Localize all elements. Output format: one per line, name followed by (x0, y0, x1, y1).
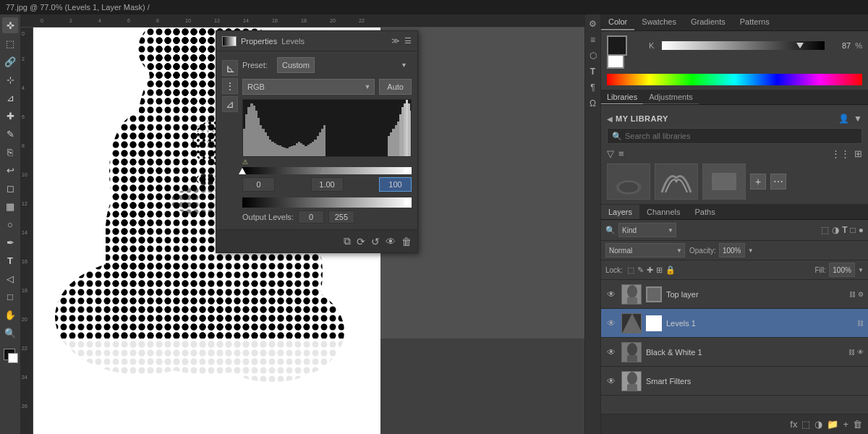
layer-delete-icon[interactable]: 🗑 (853, 419, 862, 430)
lib-more-button[interactable]: ⋯ (770, 174, 786, 190)
clone-tool[interactable]: ⎘ (2, 144, 18, 160)
type-tool[interactable]: T (2, 252, 18, 268)
visibility-icon[interactable]: 👁 (386, 236, 396, 247)
tab-channels[interactable]: Channels (639, 205, 687, 219)
layer-levels1[interactable]: 👁 Levels 1 ⛓ (601, 309, 868, 338)
clip-to-layer-icon[interactable]: ⧉ (344, 235, 351, 247)
opacity-arrow-icon[interactable]: ▼ (748, 247, 754, 254)
channel-select[interactable]: RGB Red Green Blue (242, 79, 375, 95)
select-tool[interactable]: ⬚ (2, 35, 18, 51)
eyedropper-tool[interactable]: ⊿ (2, 90, 18, 106)
lib-user-icon[interactable]: 👤 (838, 114, 849, 124)
eyedropper-white[interactable]: ⊿ (222, 96, 238, 112)
expand-icon[interactable]: ≫ (391, 36, 400, 46)
eyedropper-gray[interactable]: ⋮ (222, 78, 238, 94)
lock-move-icon[interactable]: ✚ (647, 265, 653, 275)
paragraph-icon[interactable]: ¶ (590, 82, 595, 93)
blend-mode-select[interactable]: Normal (605, 243, 685, 258)
auto-button[interactable]: Auto (379, 79, 412, 95)
kind-select[interactable]: Kind (618, 223, 676, 237)
tab-color[interactable]: Color (601, 14, 634, 30)
layer-eye-small-bw1[interactable]: 👁 (857, 349, 864, 356)
previous-state-icon[interactable]: ⟳ (357, 236, 365, 247)
output-white-thumb[interactable] (404, 197, 412, 208)
hand-tool[interactable]: ✋ (2, 307, 18, 323)
sort-icon[interactable]: ≡ (618, 148, 624, 159)
tab-gradients[interactable]: Gradients (684, 14, 733, 30)
align-icon[interactable]: ≡ (590, 35, 595, 45)
fill-arrow-icon[interactable]: ▼ (858, 267, 864, 273)
midtones-slider[interactable] (320, 168, 327, 174)
layer-adj-icon[interactable]: ◑ (814, 419, 822, 430)
gradient-tool[interactable]: ▦ (2, 198, 18, 214)
black-input[interactable] (242, 177, 275, 192)
layer-adjust-icon[interactable]: ◑ (832, 225, 839, 235)
midtones-input[interactable] (311, 177, 344, 192)
crop-tool[interactable]: ⊹ (2, 72, 18, 88)
grid-view-icon[interactable]: ⊞ (854, 148, 862, 159)
lib-collapse-icon[interactable]: ▼ (854, 114, 862, 124)
filter-icon[interactable]: ▽ (607, 148, 614, 159)
color-swatches-tool[interactable] (2, 347, 18, 363)
path-tool[interactable]: ◁ (2, 271, 18, 286)
lock-checkerboard-icon[interactable]: ⬚ (627, 265, 634, 275)
lock-brush-icon[interactable]: ✎ (637, 265, 644, 275)
k-slider-thumb[interactable] (796, 43, 804, 48)
list-view-icon[interactable]: ⋮⋮ (831, 148, 850, 159)
layer-new-icon[interactable]: + (843, 419, 848, 430)
layer-mask-icon[interactable]: ⬚ (801, 419, 810, 430)
eraser-tool[interactable]: ◻ (2, 180, 18, 196)
tab-patterns[interactable]: Patterns (733, 14, 777, 30)
layer-top[interactable]: 👁 Top layer ⛓ ⚙ (601, 280, 868, 309)
spectrum-bar[interactable] (607, 74, 862, 85)
lock-artboard-icon[interactable]: ⊞ (656, 265, 663, 275)
type-options-icon[interactable]: T (590, 67, 595, 77)
layer-shape-icon[interactable]: □ (851, 225, 856, 235)
lib-item-2[interactable] (655, 163, 698, 200)
move-tool[interactable]: ✜ (2, 17, 18, 33)
delete-icon[interactable]: 🗑 (401, 236, 412, 247)
heal-tool[interactable]: ✚ (2, 108, 18, 124)
layer-fx-icon[interactable]: fx (790, 419, 797, 430)
layer-eye-smart[interactable]: 👁 (605, 376, 617, 386)
path-ops-icon[interactable]: ⬡ (590, 51, 597, 61)
dodge-tool[interactable]: ○ (2, 216, 18, 232)
pen-tool[interactable]: ✒ (2, 234, 18, 250)
reset-icon[interactable]: ↺ (371, 236, 380, 247)
layer-type-icon[interactable]: T (842, 225, 847, 235)
brush-tool[interactable]: ✎ (2, 126, 18, 142)
foreground-color[interactable] (607, 35, 627, 56)
black-slider[interactable] (239, 168, 246, 174)
lib-item-3[interactable] (702, 163, 746, 200)
lib-add-button[interactable]: + (750, 174, 766, 190)
tab-swatches[interactable]: Swatches (634, 14, 684, 30)
fill-input[interactable] (829, 263, 855, 277)
layer-eye-top[interactable]: 👁 (605, 289, 617, 299)
tab-layers[interactable]: Layers (601, 205, 639, 219)
layer-smart-icon[interactable]: ● (859, 225, 864, 235)
layer-bw1[interactable]: 👁 Black & White 1 ⛓ 👁 (601, 338, 868, 367)
shape-tool[interactable]: □ (2, 289, 18, 305)
eyedropper-black[interactable]: ⊾ (222, 60, 238, 76)
white-input[interactable] (379, 177, 412, 192)
lib-item-1[interactable] (607, 163, 650, 200)
preset-select[interactable]: Custom Default (277, 57, 315, 73)
zoom-tool[interactable]: 🔍 (2, 325, 18, 341)
glyphs-icon[interactable]: Ω (590, 98, 596, 109)
layer-group-icon[interactable]: 📁 (827, 419, 838, 430)
lib-back-icon[interactable]: ◀ (607, 115, 613, 123)
output-black-input[interactable] (298, 210, 324, 224)
tab-paths[interactable]: Paths (688, 205, 723, 219)
layer-smart-filters[interactable]: 👁 Smart Filters (601, 367, 868, 396)
history-tool[interactable]: ↩ (2, 162, 18, 178)
library-search-input[interactable] (625, 132, 857, 140)
lock-all-icon[interactable]: 🔒 (665, 265, 676, 275)
adjustments-icon[interactable]: ⚙ (589, 19, 597, 29)
layer-eye-levels1[interactable]: 👁 (605, 318, 617, 328)
panel-menu-icon[interactable]: ☰ (404, 36, 412, 46)
output-white-input[interactable] (328, 210, 354, 224)
lasso-tool[interactable]: 🔗 (2, 54, 18, 69)
white-slider[interactable] (402, 168, 409, 174)
layer-eye-bw1[interactable]: 👁 (605, 347, 617, 357)
layer-pixel-icon[interactable]: ⬚ (821, 225, 829, 235)
